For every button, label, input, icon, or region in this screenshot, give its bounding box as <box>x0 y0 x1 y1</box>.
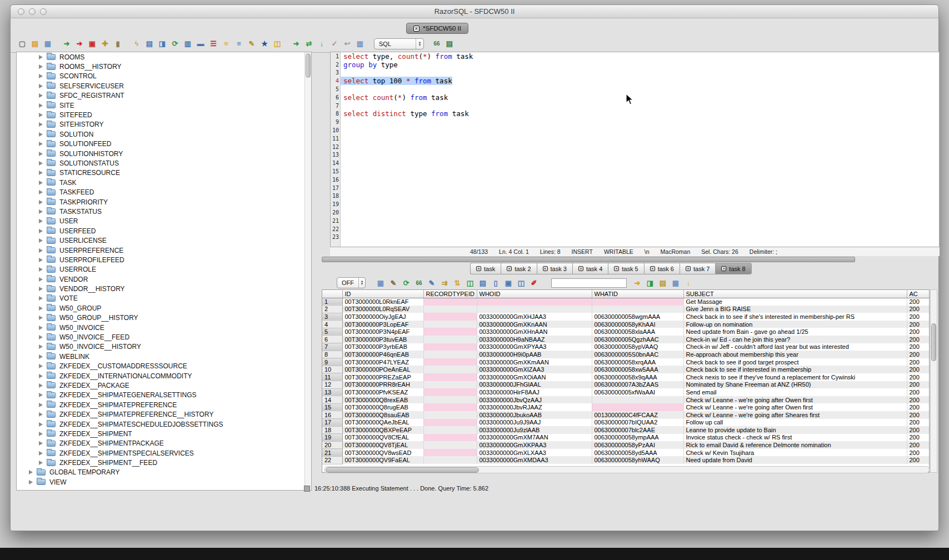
editor-line[interactable]: 13 <box>331 151 939 159</box>
table-row[interactable]: 2200T3000000QV9FaEAL0033000000GmXMDAA300… <box>322 456 930 464</box>
expand-triangle-icon[interactable] <box>39 432 43 436</box>
grid-cell[interactable]: 006300000058ympAAA <box>592 434 683 442</box>
row-number-cell[interactable]: 13 <box>322 388 342 396</box>
grid-cell[interactable]: Get Massage <box>683 298 907 306</box>
row-number-cell[interactable]: 1 <box>322 298 342 306</box>
grid-cell[interactable]: 00T3000000P3N4pEAF <box>342 328 423 336</box>
tree-item[interactable]: SITEFEED <box>17 110 311 119</box>
row-number-cell[interactable]: 5 <box>322 328 342 336</box>
grid-cell[interactable]: 200 <box>907 358 930 366</box>
grid-cell[interactable]: 00T3000000Q8rugEAB <box>342 403 423 411</box>
grid-cell[interactable]: 00T3000000OiyJgEAJ <box>342 313 423 321</box>
grid-cell[interactable]: 00T3000000QV9FaEAL <box>342 456 423 464</box>
autocomplete-icon[interactable]: 66 <box>432 39 442 49</box>
expand-triangle-icon[interactable] <box>39 344 43 349</box>
column-header[interactable]: ID <box>342 290 423 298</box>
table-row[interactable]: 400T3000000P3LopEAF0033000000GmXKnAAN006… <box>322 321 930 328</box>
grid-cell[interactable]: 00T3000000Q8rexEAB <box>342 396 423 404</box>
grid-cell[interactable]: 00630000007bIQUAA2 <box>592 419 683 427</box>
expand-triangle-icon[interactable] <box>39 229 43 233</box>
drop-object-icon[interactable]: ▮ <box>113 39 123 49</box>
expand-triangle-icon[interactable] <box>39 93 43 98</box>
expand-triangle-icon[interactable] <box>39 103 43 108</box>
expand-triangle-icon[interactable] <box>39 122 43 127</box>
grid-cell[interactable]: 00630000005xfWaAAI <box>592 388 683 396</box>
grid-cell[interactable]: 0033000000GmXM7AAN <box>477 434 592 442</box>
grid-cell[interactable]: Check back to see if interested in membe… <box>683 366 907 373</box>
grid-cell[interactable] <box>592 298 683 306</box>
row-number-cell[interactable]: 2 <box>322 306 342 313</box>
row-number-cell[interactable]: 8 <box>322 351 342 358</box>
tree-item[interactable]: W50_GROUP <box>17 303 311 313</box>
grid-cell[interactable]: 200 <box>907 336 930 343</box>
tree-item[interactable]: USERFEED <box>17 226 311 236</box>
tree-scrollbar[interactable] <box>304 52 311 490</box>
expand-triangle-icon[interactable] <box>39 393 43 397</box>
connect-icon[interactable]: ➜ <box>62 39 72 49</box>
tree-item[interactable]: ZKFEDEX__SHIPMENT <box>17 429 311 438</box>
editor-line[interactable]: 19 <box>331 200 939 208</box>
grid-cell[interactable]: 00T3000000QAeJbEAL <box>342 419 423 427</box>
close-tab-icon[interactable]: ✕ <box>614 266 619 271</box>
tree-item[interactable]: VENDOR <box>17 274 311 284</box>
grid-horizontal-scrollbar[interactable] <box>324 466 930 473</box>
row-number-cell[interactable]: 17 <box>322 419 342 427</box>
editor-line[interactable]: 18 <box>331 192 939 201</box>
table-row[interactable]: 1000T3000000POeAnEAL0033000000GmXIZAA300… <box>322 366 930 373</box>
tree-item[interactable]: ZKFEDEX__PACKAGE <box>17 381 311 390</box>
expand-triangle-icon[interactable] <box>39 277 43 282</box>
close-tab-icon[interactable]: ✕ <box>650 266 655 271</box>
grid-cell[interactable] <box>592 403 683 411</box>
grid-hscroll-thumb[interactable] <box>326 467 479 473</box>
tree-item[interactable]: ZKFEDEX__SHIPMENTPACKAGE <box>17 439 311 448</box>
column-header[interactable]: AC <box>907 290 930 298</box>
grid-cell[interactable] <box>423 441 477 449</box>
tree-item[interactable]: USERPROFILEFEED <box>17 255 311 264</box>
refresh-icon[interactable]: ⟳ <box>170 39 180 49</box>
grid-cell[interactable]: 006300000058xrqAAA <box>592 358 683 366</box>
grid-vscroll-thumb[interactable] <box>931 323 936 361</box>
grid-cell[interactable] <box>423 351 477 358</box>
form-view-icon[interactable]: ▯ <box>491 278 501 288</box>
describe-icon[interactable]: ▤ <box>444 39 454 49</box>
tree-scrollbar-thumb[interactable] <box>306 53 311 78</box>
tree-item[interactable]: USERROLE <box>17 265 311 274</box>
tree-item[interactable]: TASKSTATUS <box>17 207 311 216</box>
auto-refresh-select[interactable]: OFF ▲▼ <box>337 277 366 288</box>
grid-cell[interactable] <box>423 358 477 366</box>
grid-cell[interactable]: 006300000058wgmAAA <box>592 313 683 321</box>
results-search-input[interactable] <box>551 278 627 288</box>
grid-cell[interactable]: 200 <box>907 373 930 381</box>
new-file-icon[interactable]: ▢ <box>17 39 27 49</box>
paste-rows-icon[interactable]: ⇉ <box>439 278 449 288</box>
close-tab-icon[interactable]: ✕ <box>721 266 726 271</box>
grid-cell[interactable]: 00T3000000QV8TjEAL <box>342 441 423 449</box>
expand-triangle-icon[interactable] <box>39 248 43 253</box>
row-number-cell[interactable]: 20 <box>322 441 342 449</box>
expand-triangle-icon[interactable] <box>39 441 43 446</box>
grid-cell[interactable]: 00T3000000Q8sauEAB <box>342 411 423 419</box>
tree-item[interactable]: ZKFEDEX__SHIPMATEPREFERENCE__HISTORY <box>17 409 311 419</box>
edit-cell-icon[interactable]: ✎ <box>427 278 437 288</box>
grid-cell[interactable]: 200 <box>907 351 930 358</box>
grid-cell[interactable]: 006300000058yPzAAI <box>592 441 683 449</box>
edit-icon[interactable]: ✎ <box>247 39 257 49</box>
tree-item[interactable]: W50_INVOICE__HISTORY <box>17 342 311 352</box>
export-results-icon[interactable]: ◨ <box>645 278 655 288</box>
save-icon[interactable]: ▦ <box>43 39 53 49</box>
grid-cell[interactable] <box>423 313 477 321</box>
result-tab[interactable]: ✕task 3 <box>537 263 572 274</box>
grid-cell[interactable]: 200 <box>907 366 930 373</box>
grid-cell[interactable]: 00T3000000POeAnEAL <box>342 366 423 373</box>
grid-cell[interactable]: 006300000058ypVAAQ <box>592 343 683 351</box>
grid-cell[interactable]: 0033000000JbukoAAB <box>477 411 592 419</box>
table-row[interactable]: 1500T3000000Q8rugEAB0033000000JbvRJAAZCh… <box>322 403 930 411</box>
grid-cell[interactable] <box>423 306 477 313</box>
expand-triangle-icon[interactable] <box>39 142 43 146</box>
grid-cell[interactable]: 200 <box>907 313 930 321</box>
grid-cell[interactable]: 00T3000000PREZaEAP <box>342 373 423 381</box>
grid-cell[interactable] <box>423 396 477 404</box>
column-header[interactable]: WHOID <box>477 290 592 298</box>
grid-cell[interactable]: Check w/ Leanne - we're going after Owen… <box>683 403 907 411</box>
grid-cell[interactable]: 0033000000Ju9J9AAJ <box>477 419 592 427</box>
